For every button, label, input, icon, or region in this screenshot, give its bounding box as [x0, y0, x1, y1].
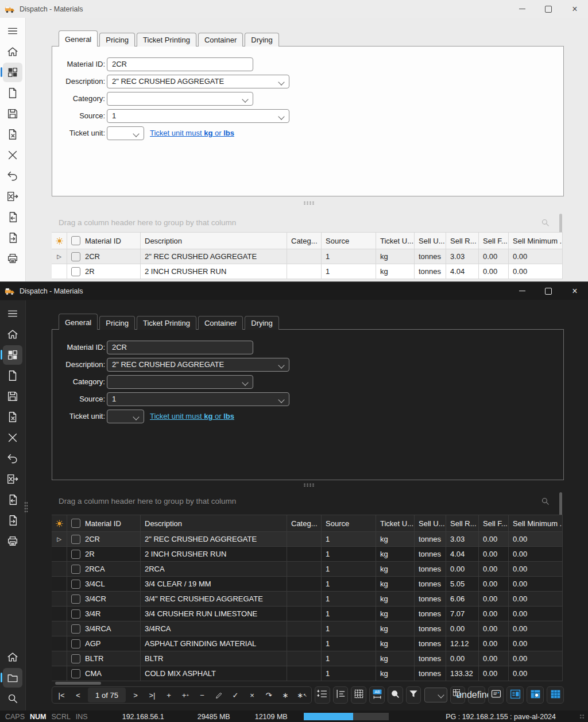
ticket-unit-combo[interactable]: [107, 126, 144, 140]
cancel-edit-button[interactable]: ×: [244, 688, 260, 702]
material-id-input[interactable]: [107, 60, 253, 68]
sidebar-item-menu[interactable]: [0, 303, 26, 324]
row-checkbox[interactable]: [71, 594, 80, 604]
column-header[interactable]: Ticket U...: [376, 515, 415, 531]
edit-record-button[interactable]: [211, 688, 227, 702]
titlebar[interactable]: Dispatch - Materials ×: [0, 0, 588, 18]
sidebar-item-undo[interactable]: [0, 448, 26, 469]
tab-general[interactable]: General: [59, 30, 98, 47]
column-header[interactable]: Categ...: [287, 515, 322, 531]
category-combo[interactable]: [107, 92, 253, 106]
maximize-icon[interactable]: [535, 0, 562, 18]
filter-button[interactable]: [406, 686, 421, 704]
sidebar-item-print[interactable]: [0, 531, 26, 551]
table-row[interactable]: 3/4CR3/4" REC CRUSHED AGGREGATE1kgtonnes…: [52, 592, 563, 607]
sidebar-item-new-document[interactable]: [0, 83, 26, 103]
table-row[interactable]: AGPASPHALT GRINDING MATERIAL1kgtonnes12.…: [52, 636, 563, 651]
sidebar-item-excel-export[interactable]: [0, 469, 26, 489]
source-combo[interactable]: 1: [107, 392, 289, 406]
collapse-all-button[interactable]: [333, 686, 349, 704]
tab-drying[interactable]: Drying: [245, 316, 279, 330]
ticket-unit-warning-link[interactable]: Ticket unit must kg or lbs: [150, 412, 234, 420]
sidebar-item-undo[interactable]: [0, 165, 26, 186]
table-row[interactable]: ▷2CR2" REC CRUSHED AGGREGATE1kgtonnes3.0…: [52, 532, 563, 547]
tab-container[interactable]: Container: [198, 316, 243, 330]
maximize-icon[interactable]: [535, 282, 562, 300]
sidebar-item-home[interactable]: [0, 41, 26, 62]
row-checkbox[interactable]: [71, 252, 80, 261]
select-all-checkbox[interactable]: [71, 236, 80, 245]
first-record-button[interactable]: |<: [53, 688, 69, 702]
tab-container[interactable]: Container: [198, 33, 243, 47]
sidebar-item-save[interactable]: [0, 103, 26, 124]
column-header[interactable]: Description: [141, 233, 287, 249]
material-id-field[interactable]: [107, 341, 253, 354]
row-checkbox[interactable]: [71, 669, 80, 678]
best-fit-button[interactable]: AB: [369, 686, 385, 704]
sidebar-item-export-file[interactable]: [0, 227, 26, 248]
sidebar-item-tiles[interactable]: [0, 345, 26, 365]
sidebar-item-save[interactable]: [0, 386, 26, 407]
table-row[interactable]: 3/4RCA3/4RCA1kgtonnes0.000.000.00: [52, 621, 563, 636]
last-record-button[interactable]: >|: [144, 688, 160, 702]
save-bookmark-button[interactable]: ∗: [277, 688, 293, 702]
column-header[interactable]: Source: [322, 233, 376, 249]
category-combo[interactable]: [107, 375, 253, 389]
titlebar[interactable]: Dispatch - Materials ×: [0, 282, 588, 300]
row-checkbox[interactable]: [71, 609, 80, 619]
sidebar-item-new-document[interactable]: [0, 365, 26, 386]
column-header[interactable]: Categ...: [287, 233, 322, 249]
column-header[interactable]: Description: [141, 515, 287, 531]
grid-lines-button[interactable]: [351, 686, 366, 704]
table-row[interactable]: ▷2CR2" REC CRUSHED AGGREGATE1kgtonnes3.0…: [52, 249, 563, 264]
row-checkbox[interactable]: [71, 624, 80, 634]
expand-all-button[interactable]: [315, 686, 330, 704]
grid-search-icon[interactable]: [540, 496, 550, 506]
splitter-handle[interactable]: [303, 483, 315, 487]
column-header[interactable]: Sell Minimum ..: [509, 233, 563, 249]
column-header[interactable]: Sell Minimum ..: [509, 515, 563, 531]
sidebar-item-close[interactable]: [0, 145, 26, 165]
delete-record-button[interactable]: −: [194, 688, 210, 702]
column-header[interactable]: Material ID: [67, 515, 141, 531]
sidebar-item-export-file[interactable]: [0, 510, 26, 531]
column-header[interactable]: Sell F...: [479, 515, 509, 531]
description-combo[interactable]: 2" REC CRUSHED AGGREGATE: [107, 358, 289, 372]
column-header[interactable]: Sell R...: [446, 233, 479, 249]
sidebar-item-home[interactable]: [0, 647, 26, 667]
row-checkbox[interactable]: [71, 267, 80, 276]
table-row[interactable]: 3/4R3/4 CRUSHER RUN LIMESTONE1kgtonnes7.…: [52, 607, 563, 621]
sidebar-item-home[interactable]: [0, 324, 26, 345]
column-header[interactable]: Source: [322, 515, 376, 531]
minimize-icon[interactable]: [509, 0, 535, 18]
sidebar-item-print[interactable]: [0, 248, 26, 269]
table-row[interactable]: 2R2 INCH CRUSHER RUN1kgtonnes4.040.000.0…: [52, 547, 563, 562]
prior-record-button[interactable]: <: [70, 688, 86, 702]
column-header[interactable]: Material ID: [67, 233, 141, 249]
sidebar-item-delete-document[interactable]: [0, 124, 26, 145]
row-checkbox[interactable]: [71, 654, 80, 663]
source-combo[interactable]: 1: [107, 109, 289, 123]
row-checkbox[interactable]: [71, 550, 80, 559]
sidebar-item-folder[interactable]: [0, 667, 26, 688]
sidebar-item-close[interactable]: [0, 427, 26, 448]
goto-bookmark-button[interactable]: ∗↖: [294, 688, 310, 702]
sidebar-item-search[interactable]: [0, 688, 26, 709]
resize-grip-icon[interactable]: [579, 714, 585, 719]
preview-view-button[interactable]: [527, 686, 544, 704]
column-header[interactable]: Sell R...: [446, 515, 479, 531]
group-by-panel[interactable]: Drag a column header here to group by th…: [52, 215, 550, 230]
print-grid-button[interactable]: undefined: [468, 686, 485, 704]
grid-corner-sun-icon[interactable]: [52, 233, 67, 249]
group-by-panel[interactable]: Drag a column header here to group by th…: [52, 493, 550, 508]
close-icon[interactable]: ×: [562, 0, 588, 18]
tab-drying[interactable]: Drying: [245, 33, 279, 47]
tab-pricing[interactable]: Pricing: [99, 316, 135, 330]
grid-view-button[interactable]: [547, 686, 564, 704]
splitter-handle[interactable]: [303, 201, 315, 205]
ticket-unit-combo[interactable]: [107, 410, 144, 423]
tab-pricing[interactable]: Pricing: [99, 33, 135, 47]
refresh-records-button[interactable]: ↷: [261, 688, 277, 702]
column-header[interactable]: Sell U...: [415, 515, 446, 531]
sidebar-item-tiles[interactable]: [0, 62, 26, 83]
